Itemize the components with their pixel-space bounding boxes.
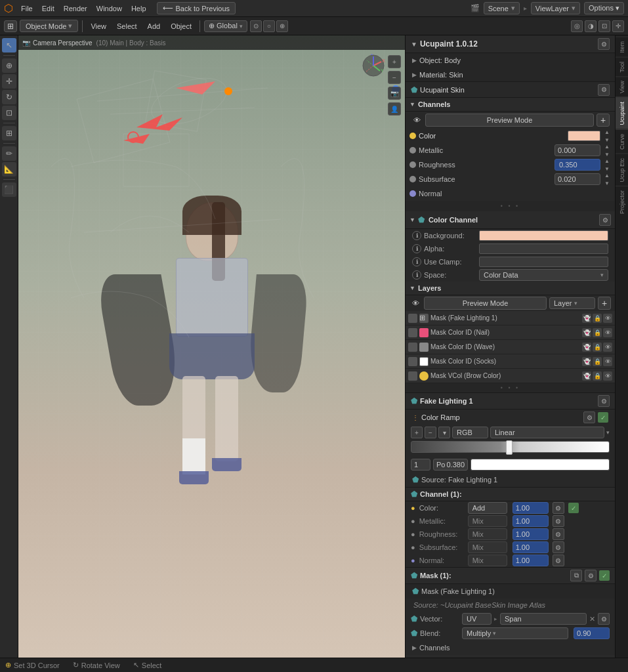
ch1-color-mode-dropdown[interactable]: Add bbox=[468, 502, 507, 514]
rgb-dropdown[interactable]: RGB bbox=[452, 427, 488, 438]
move-tool[interactable]: ✛ bbox=[2, 74, 16, 89]
layer3-ghost-icon[interactable]: 👻 bbox=[582, 343, 591, 352]
ch1-roughness-gear-icon[interactable]: ⚙ bbox=[553, 528, 564, 540]
viewport-camera[interactable]: 📷 bbox=[388, 87, 401, 100]
layers-section-header[interactable]: ▼ Layers bbox=[406, 282, 615, 295]
layer2-lock-icon[interactable]: 🔒 bbox=[593, 328, 602, 337]
ucupaint-gear-icon[interactable]: ⚙ bbox=[598, 38, 610, 50]
tab-view[interactable]: View bbox=[616, 76, 629, 97]
layer-row-3[interactable]: Mask Color ID (Wave) 👻 🔒 👁 bbox=[406, 340, 615, 354]
gradient-pos-field[interactable]: Po 0.380 bbox=[433, 459, 468, 471]
layer4-lock-icon[interactable]: 🔒 bbox=[593, 357, 602, 366]
ch1-metallic-mode-dropdown[interactable]: Mix bbox=[468, 515, 507, 527]
color-up-arrow[interactable]: ▲ bbox=[603, 128, 611, 136]
color-channel-gear-icon[interactable]: ⚙ bbox=[599, 214, 611, 226]
toolbar-select[interactable]: Select bbox=[113, 21, 141, 32]
annotate-tool[interactable]: ✏ bbox=[2, 146, 16, 161]
fake-lighting-gear-icon[interactable]: ⚙ bbox=[598, 395, 610, 407]
channels-add-button[interactable]: + bbox=[597, 114, 610, 127]
menu-edit[interactable]: Edit bbox=[38, 3, 58, 14]
mask-copy-icon[interactable]: ⧉ bbox=[570, 570, 582, 581]
ch1-color-gear-icon[interactable]: ⚙ bbox=[553, 502, 564, 514]
overlay-icon[interactable]: ⊡ bbox=[598, 20, 610, 32]
tab-tool[interactable]: Tool bbox=[616, 57, 629, 77]
add-cube-tool[interactable]: ⬛ bbox=[2, 182, 16, 197]
view-layer-selector[interactable]: ViewLayer ▾ bbox=[531, 2, 580, 14]
metallic-up-arrow[interactable]: ▲ bbox=[603, 142, 611, 150]
subsurface-up-arrow[interactable]: ▲ bbox=[603, 171, 611, 179]
ch1-metallic-value[interactable]: 1.00 bbox=[513, 515, 549, 527]
layers-add-button[interactable]: + bbox=[598, 297, 611, 310]
layer-row-4[interactable]: Mask Color ID (Socks) 👻 🔒 👁 bbox=[406, 354, 615, 369]
menu-render[interactable]: Render bbox=[60, 3, 91, 14]
back-to-previous-button[interactable]: ⟵ Back to Previous bbox=[157, 2, 236, 14]
gradient-color-swatch[interactable] bbox=[471, 459, 610, 471]
viewport-person[interactable]: 👤 bbox=[388, 102, 401, 116]
menu-window[interactable]: Window bbox=[93, 3, 126, 14]
layer3-eye-icon[interactable]: 👁 bbox=[603, 343, 612, 352]
scene-selector[interactable]: Scene ▾ bbox=[484, 2, 520, 14]
subsurface-value-field[interactable]: 0.020 bbox=[555, 173, 600, 185]
metallic-value-field[interactable]: 0.000 bbox=[555, 144, 600, 156]
vector-gear-icon[interactable]: ⚙ bbox=[598, 613, 610, 625]
background-color-swatch[interactable] bbox=[479, 230, 608, 241]
ucupaint-skin-gear-icon[interactable]: ⚙ bbox=[598, 84, 610, 96]
ch1-roughness-mode-dropdown[interactable]: Mix bbox=[468, 528, 507, 540]
layer5-lock-icon[interactable]: 🔒 bbox=[593, 371, 602, 381]
object-mode-button[interactable]: Object Mode ▾ bbox=[20, 20, 78, 32]
gradient-remove-btn[interactable]: − bbox=[425, 427, 436, 438]
tab-ucupaint[interactable]: Ucupaint bbox=[616, 97, 629, 129]
gradient-index-field[interactable]: 1 bbox=[411, 459, 430, 471]
scale-tool[interactable]: ⊡ bbox=[2, 106, 16, 120]
gradient-handle[interactable] bbox=[506, 440, 513, 455]
color-ramp-gear-icon[interactable]: ⚙ bbox=[583, 411, 595, 423]
layers-eye-icon[interactable]: 👁 bbox=[409, 297, 421, 309]
ch1-normal-value[interactable]: 1.00 bbox=[513, 555, 549, 566]
toolbar-view[interactable]: View bbox=[87, 21, 110, 32]
tab-item[interactable]: Item bbox=[616, 37, 629, 57]
ch1-subsurface-gear-icon[interactable]: ⚙ bbox=[553, 541, 564, 553]
alpha-field[interactable] bbox=[479, 243, 608, 254]
channels-section-header[interactable]: ▼ Channels bbox=[406, 98, 615, 112]
ch1-color-value[interactable]: 1.00 bbox=[513, 502, 549, 514]
roughness-value-field[interactable]: 0.350 bbox=[555, 159, 600, 171]
interpolation-dropdown[interactable]: Linear bbox=[490, 427, 604, 438]
color-channel-header[interactable]: ▼ ⬟ Color Channel ⚙ bbox=[406, 211, 615, 229]
vector-uv-dropdown[interactable]: UV bbox=[462, 613, 492, 625]
layers-preview-mode-btn[interactable]: Preview Mode bbox=[424, 297, 547, 310]
select-tool[interactable]: ↖ bbox=[2, 38, 16, 52]
ch1-normal-mode-dropdown[interactable]: Mix bbox=[468, 555, 507, 566]
menu-file[interactable]: File bbox=[17, 3, 37, 14]
fake-lighting-header[interactable]: ⬟ Fake Lighting 1 ⚙ bbox=[406, 392, 615, 410]
global-transform-button[interactable]: ⊕ Global ▾ bbox=[204, 20, 247, 32]
roughness-up-arrow[interactable]: ▲ bbox=[603, 157, 611, 165]
ch1-metallic-gear-icon[interactable]: ⚙ bbox=[553, 515, 564, 527]
render-icon[interactable]: ◎ bbox=[571, 20, 583, 32]
tab-projector[interactable]: Projector bbox=[616, 186, 629, 218]
tab-ucup-etc[interactable]: Ucup Etc bbox=[616, 154, 629, 186]
ch1-normal-gear-icon[interactable]: ⚙ bbox=[553, 555, 564, 566]
space-dropdown[interactable]: Color Data ▾ bbox=[479, 269, 608, 281]
viewport-zoom-out[interactable]: − bbox=[388, 71, 401, 84]
subsurface-down-arrow[interactable]: ▼ bbox=[603, 179, 611, 187]
ch1-subsurface-value[interactable]: 1.00 bbox=[513, 541, 549, 553]
layer4-ghost-icon[interactable]: 👻 bbox=[582, 357, 591, 366]
layer1-ghost-icon[interactable]: 👻 bbox=[582, 314, 591, 323]
layer4-eye-icon[interactable]: 👁 bbox=[603, 357, 612, 366]
tab-curve[interactable]: Curve bbox=[616, 129, 629, 154]
cursor-tool[interactable]: ⊕ bbox=[2, 58, 16, 73]
measure-tool[interactable]: 📐 bbox=[2, 162, 16, 177]
gradient-dropdown-btn[interactable]: ▾ bbox=[438, 427, 450, 438]
gradient-add-btn[interactable]: + bbox=[411, 427, 423, 438]
viewport-shading[interactable]: ◑ bbox=[585, 20, 597, 32]
layer1-lock-icon[interactable]: 🔒 bbox=[593, 314, 602, 323]
options-button[interactable]: Options ▾ bbox=[584, 2, 624, 14]
layer5-eye-icon[interactable]: 👁 bbox=[603, 371, 612, 381]
transform-btn[interactable]: ⊕ bbox=[276, 20, 288, 32]
layer-row-2[interactable]: Mask Color ID (Nail) 👻 🔒 👁 bbox=[406, 326, 615, 340]
rotate-tool[interactable]: ↻ bbox=[2, 90, 16, 104]
mask-check-icon[interactable]: ✓ bbox=[599, 570, 610, 581]
layer-row-5[interactable]: Mask VCol (Brow Color) 👻 🔒 👁 bbox=[406, 369, 615, 383]
vector-span-dropdown[interactable]: Span bbox=[500, 613, 587, 625]
eye-icon[interactable]: 👁 bbox=[411, 114, 423, 126]
